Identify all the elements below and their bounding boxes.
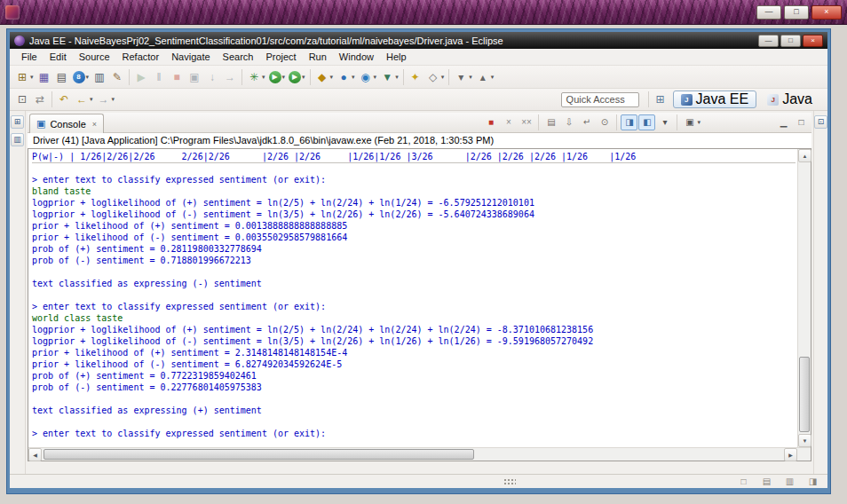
minimize-view-button[interactable]: ▁ <box>775 114 792 130</box>
menu-help[interactable]: Help <box>380 49 413 65</box>
print-icon: ▤ <box>55 70 69 84</box>
console-line <box>32 416 797 428</box>
next-annotation-button[interactable]: ▾▾ <box>452 68 474 86</box>
open-perspective-button[interactable]: ⊞ <box>652 91 669 108</box>
dropdown-arrow-icon: ▾ <box>86 74 90 81</box>
scroll-right-arrow-icon[interactable]: ▶ <box>784 448 797 461</box>
restore-project-explorer-view-button[interactable]: ⊞ <box>11 115 24 129</box>
new-session-bean-button[interactable]: ●▾ <box>335 68 357 86</box>
scroll-left-arrow-icon[interactable]: ◀ <box>28 448 42 461</box>
outer-maximize-button[interactable]: □ <box>784 5 809 20</box>
tab-console[interactable]: ▣ Console × <box>29 114 104 133</box>
perspective-javaee-button[interactable]: JJava EE <box>673 91 757 108</box>
pin-console-button[interactable]: ⊙ <box>596 114 613 130</box>
debug-button[interactable]: ✳▾ <box>245 68 267 86</box>
eclipse-maximize-button[interactable]: □ <box>780 35 801 47</box>
suspend-button[interactable]: ‖ <box>150 68 168 86</box>
horizontal-scroll-track[interactable] <box>42 448 784 461</box>
dropdown-arrow-icon: ▾ <box>395 74 399 81</box>
new-snippet-button[interactable]: ✎ <box>108 68 126 86</box>
forward-button[interactable]: →▾ <box>95 91 117 108</box>
remove-launch-button[interactable]: × <box>500 114 517 130</box>
toolbar-separator <box>677 114 677 130</box>
external-tools-button[interactable]: ▶▾ <box>287 68 307 86</box>
disconnect-button[interactable]: ▣ <box>186 68 203 86</box>
outer-minimize-button[interactable]: — <box>756 5 781 20</box>
terminate-button[interactable]: ■ <box>482 114 499 130</box>
perspective-java-button[interactable]: JJava <box>759 91 820 108</box>
quick-access-box[interactable]: Quick Access <box>561 92 639 107</box>
console-horizontal-scrollbar[interactable]: ◀ ▶ <box>28 447 811 461</box>
debug-update-button[interactable]: 8▾ <box>71 68 91 86</box>
open-console-button[interactable]: ▣▾ <box>681 114 702 130</box>
menu-source[interactable]: Source <box>73 49 116 65</box>
menu-project[interactable]: Project <box>259 49 302 65</box>
new-wizard-button[interactable]: ⊞▾ <box>13 68 36 86</box>
vertical-scroll-thumb[interactable] <box>799 357 810 432</box>
console-tab-close-icon[interactable]: × <box>92 120 97 129</box>
previous-annotation-button[interactable]: ▴▾ <box>474 68 496 86</box>
menu-file[interactable]: File <box>15 49 44 65</box>
menu-window[interactable]: Window <box>333 49 380 65</box>
toolbar-separator <box>648 91 649 107</box>
run-button[interactable]: ▶▾ <box>267 68 288 86</box>
editor-presentation-button[interactable]: □ <box>736 476 751 488</box>
new-database-connection-button[interactable]: ▼▾ <box>378 68 400 86</box>
toolbar-separator <box>310 69 311 85</box>
step-over-button[interactable]: → <box>221 68 239 86</box>
menu-run[interactable]: Run <box>303 49 333 65</box>
dropdown-arrow-icon: ▾ <box>491 74 495 81</box>
eclipse-close-button[interactable]: × <box>803 35 823 47</box>
pin-editor-button[interactable]: ⊡ <box>13 91 31 108</box>
clear-console-button[interactable]: ▤ <box>542 114 559 130</box>
show-on-stdout-change-button[interactable]: ◨ <box>621 114 637 130</box>
save-button[interactable]: ▦ <box>36 68 53 86</box>
resume-button[interactable]: ▶ <box>132 68 150 86</box>
open-element-button[interactable]: ◇▾ <box>424 68 447 86</box>
eclipse-titlebar[interactable]: Java EE - NaiveBayesPrj02_SentimentClass… <box>10 32 827 49</box>
menu-refactor[interactable]: Refactor <box>116 49 166 65</box>
vertical-scroll-track[interactable] <box>798 162 811 434</box>
console-output[interactable]: P(w|-) | 1/26|2/26|2/26 2/26|2/26 |2/26 … <box>28 149 797 447</box>
last-edit-location-button[interactable]: ↶ <box>55 91 73 108</box>
dropdown-arrow-icon: ▾ <box>30 74 34 81</box>
step-into-button[interactable]: ↓ <box>203 68 221 86</box>
menu-search[interactable]: Search <box>217 49 260 65</box>
new-servlet-button[interactable]: ◆▾ <box>313 68 336 86</box>
heap-status-icon: ▥ <box>784 476 796 487</box>
scroll-down-arrow-icon[interactable]: ▼ <box>798 434 811 447</box>
maximize-view-button[interactable]: □ <box>793 114 810 130</box>
background-jobs-button[interactable]: ▤ <box>759 476 774 488</box>
show-on-stderr-change-button[interactable]: ◧ <box>638 114 655 130</box>
desktop-background: Java EE - NaiveBayesPrj02_SentimentClass… <box>0 25 847 504</box>
word-wrap-button[interactable]: ↵ <box>578 114 595 130</box>
recorder-titlebar[interactable]: — □ × <box>0 0 847 25</box>
restore-servers-view-button[interactable]: ▥ <box>11 133 24 146</box>
notifications-button[interactable]: ◨ <box>805 476 820 488</box>
new-wizard-icon: ⊞ <box>15 70 29 84</box>
horizontal-scroll-thumb[interactable] <box>44 449 474 460</box>
last-edit-location-icon: ↶ <box>57 92 71 106</box>
menu-edit[interactable]: Edit <box>44 49 73 65</box>
console-vertical-scrollbar[interactable]: ▲ ▼ <box>797 149 811 447</box>
statusbar-drag-handle[interactable] <box>503 478 516 485</box>
link-with-editor-button[interactable]: ⇄ <box>31 91 49 108</box>
outer-close-button[interactable]: × <box>811 5 842 20</box>
status-bar: □▤▥◨ <box>10 474 827 488</box>
search-button[interactable]: ✦ <box>407 68 424 86</box>
terminate-launch-button[interactable]: ■ <box>168 68 186 86</box>
eclipse-minimize-button[interactable]: — <box>758 35 779 47</box>
print-button[interactable]: ▤ <box>53 68 71 86</box>
eclipse-window-controls: — □ × <box>758 35 823 47</box>
back-button[interactable]: ←▾ <box>73 91 95 108</box>
remove-all-terminated-button[interactable]: ×× <box>518 114 534 130</box>
open-console-view-button[interactable]: ▥ <box>91 68 108 86</box>
scroll-up-arrow-icon[interactable]: ▲ <box>798 149 811 162</box>
heap-status-button[interactable]: ▥ <box>782 476 797 488</box>
display-selected-console-button[interactable]: ▾ <box>656 114 673 130</box>
scroll-lock-button[interactable]: ⇩ <box>560 114 577 130</box>
menu-navigate[interactable]: Navigate <box>165 49 216 65</box>
restore-outline-view-button[interactable]: ⊡ <box>814 115 827 129</box>
new-web-service-button[interactable]: ◉▾ <box>357 68 379 86</box>
statusbar-icons: □▤▥◨ <box>736 476 820 488</box>
